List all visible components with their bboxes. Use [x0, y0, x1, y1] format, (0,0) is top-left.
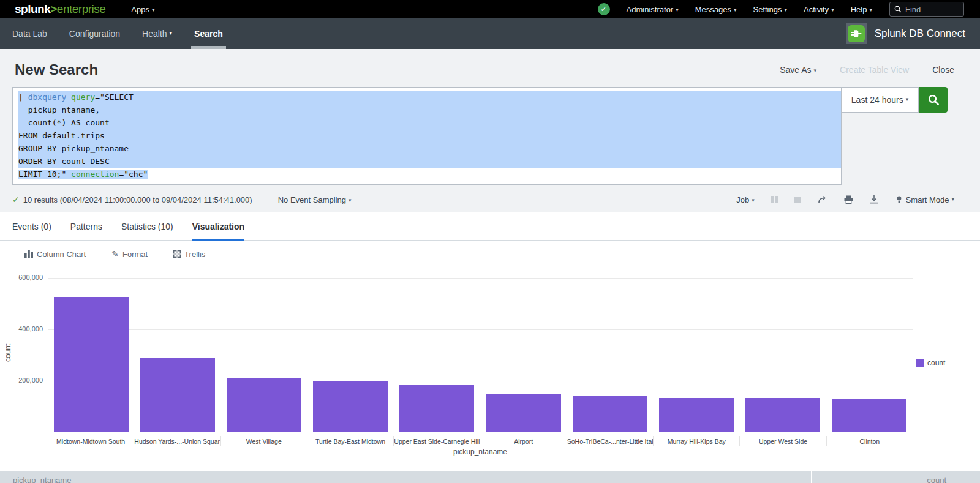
- appnav-item-configuration[interactable]: Configuration: [69, 18, 120, 49]
- x-axis-labels: Midtown-Midtown SouthHudson Yards-...-Un…: [48, 436, 913, 446]
- query-line: FROM default.trips: [13, 129, 841, 142]
- chevron-down-icon: ▾: [752, 197, 755, 203]
- query-line: pickup_ntaname,: [13, 103, 841, 116]
- create-table-view-button[interactable]: Create Table View: [840, 65, 909, 75]
- y-tick-label: 600,000: [0, 274, 43, 281]
- close-button[interactable]: Close: [932, 65, 954, 75]
- health-status-icon[interactable]: ✓: [598, 3, 610, 15]
- topnav-help[interactable]: Help▾: [851, 5, 872, 14]
- appnav-item-search[interactable]: Search: [194, 18, 223, 49]
- share-job-button[interactable]: [818, 195, 827, 204]
- tab-events-0[interactable]: Events (0): [12, 212, 51, 240]
- logo-splunk: splunk: [15, 2, 50, 15]
- pencil-icon: ✎: [111, 249, 119, 259]
- chevron-down-icon: ▾: [734, 7, 737, 13]
- x-axis-title: pickup_ntaname: [48, 447, 913, 456]
- column-chart-icon: [24, 250, 33, 258]
- y-tick-label: 200,000: [0, 376, 43, 384]
- selected-text: LIMIT 10;" connection="chc": [18, 170, 148, 179]
- app-logo[interactable]: Splunk DB Connect: [846, 23, 965, 44]
- gridline: [48, 329, 913, 330]
- chevron-down-icon: ▾: [869, 7, 872, 13]
- splunk-enterprise-logo[interactable]: splunk>enterprise: [15, 2, 105, 16]
- bar-clinton[interactable]: [832, 399, 907, 432]
- legend-item-count[interactable]: count: [916, 359, 945, 367]
- search-bar-assembly: | dbxquery query="SELECT pickup_ntaname,…: [12, 87, 948, 185]
- apps-label: Apps: [131, 5, 149, 14]
- search-query-input[interactable]: | dbxquery query="SELECT pickup_ntaname,…: [12, 87, 842, 185]
- bar-murray-hill-kips-bay[interactable]: [659, 398, 734, 432]
- trellis-icon: [173, 250, 181, 258]
- selected-text: pickup_ntaname,: [18, 103, 841, 116]
- selected-text: GROUP BY pickup_ntaname: [18, 142, 841, 155]
- bar-upper-west-side[interactable]: [745, 398, 820, 432]
- event-sampling-menu[interactable]: No Event Sampling▾: [278, 195, 352, 204]
- find-search-input[interactable]: Find: [889, 2, 964, 17]
- query-line: ORDER BY count DESC: [13, 155, 841, 168]
- tab-visualization[interactable]: Visualization: [192, 212, 244, 240]
- time-range-picker[interactable]: Last 24 hours▾: [841, 87, 919, 113]
- time-range-label: Last 24 hours: [851, 95, 903, 105]
- gridline: [48, 278, 913, 279]
- format-label: Format: [123, 250, 148, 259]
- topnav-administrator[interactable]: Administrator▾: [627, 5, 679, 14]
- results-bar: ✓ 10 results (08/04/2024 11:00:00.000 to…: [12, 193, 954, 206]
- topnav-settings[interactable]: Settings▾: [753, 5, 788, 14]
- x-tick-label: Midtown-Midtown South: [48, 436, 134, 446]
- x-tick-label: West Village: [221, 436, 307, 446]
- search-mode-menu[interactable]: Smart Mode▾: [897, 195, 954, 204]
- selected-text: | dbxquery query="SELECT: [18, 91, 841, 103]
- tab-statistics-10[interactable]: Statistics (10): [121, 212, 173, 240]
- stop-job-button[interactable]: [794, 197, 801, 203]
- chevron-down-icon: ▾: [784, 7, 787, 13]
- trellis-label: Trellis: [184, 250, 205, 259]
- x-tick-label: Airport: [480, 436, 566, 446]
- bar-turtle-bay-east-midtown[interactable]: [313, 381, 388, 432]
- query-line: count(*) AS count: [13, 116, 841, 129]
- bar-soho-tribeca-nter-little-italy[interactable]: [573, 396, 647, 432]
- column-chart: count Midtown-Midtown SouthHudson Yards-…: [0, 265, 980, 462]
- search-icon: [894, 6, 902, 13]
- x-tick-label: Upper East Side-Carnegie Hill: [393, 436, 480, 446]
- table-col-count[interactable]: count: [927, 476, 946, 483]
- x-tick-label: Murray Hill-Kips Bay: [653, 436, 739, 446]
- results-summary: 10 results (08/04/2024 11:00:00.000 to 0…: [23, 195, 252, 204]
- save-as-button[interactable]: Save As▾: [780, 65, 816, 75]
- download-icon: [870, 195, 878, 204]
- save-as-label: Save As: [780, 65, 811, 75]
- legend-swatch: [916, 359, 924, 367]
- sampling-label: No Event Sampling: [278, 195, 346, 204]
- column-divider: [811, 471, 812, 483]
- selected-text: count(*) AS count: [18, 116, 841, 129]
- db-connect-plug-icon: [848, 25, 865, 42]
- app-nav-bar: Data LabConfigurationHealth▾Search Splun…: [0, 18, 980, 49]
- appnav-item-data-lab[interactable]: Data Lab: [12, 18, 47, 49]
- topnav-messages[interactable]: Messages▾: [695, 5, 737, 14]
- run-search-button[interactable]: [919, 87, 948, 113]
- apps-menu[interactable]: Apps▾: [131, 5, 154, 14]
- table-col-pickup-ntaname[interactable]: pickup_ntaname: [13, 476, 71, 483]
- bar-hudson-yards-union-square[interactable]: [140, 358, 215, 432]
- results-tabs: Events (0)PatternsStatistics (10)Visuali…: [0, 212, 980, 241]
- print-button[interactable]: [844, 195, 853, 204]
- bar-midtown-midtown-south[interactable]: [54, 297, 129, 432]
- y-tick-label: 400,000: [0, 325, 43, 332]
- pause-job-button[interactable]: [771, 196, 778, 203]
- export-button[interactable]: [870, 195, 878, 204]
- trellis-button[interactable]: Trellis: [173, 250, 205, 259]
- bar-airport[interactable]: [486, 394, 561, 432]
- query-line: | dbxquery query="SELECT: [13, 91, 841, 103]
- chart-type-button[interactable]: Column Chart: [24, 250, 86, 259]
- find-placeholder: Find: [905, 5, 921, 14]
- topnav-activity[interactable]: Activity▾: [804, 5, 834, 14]
- tab-patterns[interactable]: Patterns: [70, 212, 102, 240]
- selected-text: FROM default.trips: [18, 129, 841, 142]
- job-label: Job: [736, 195, 749, 204]
- bar-west-village[interactable]: [227, 378, 301, 432]
- format-button[interactable]: ✎ Format: [111, 249, 148, 259]
- job-menu[interactable]: Job▾: [736, 195, 755, 204]
- appnav-item-health[interactable]: Health▾: [142, 18, 172, 49]
- chevron-down-icon: ▾: [906, 96, 909, 102]
- plot-area: [48, 278, 913, 432]
- bar-upper-east-side-carnegie-hill[interactable]: [399, 385, 474, 432]
